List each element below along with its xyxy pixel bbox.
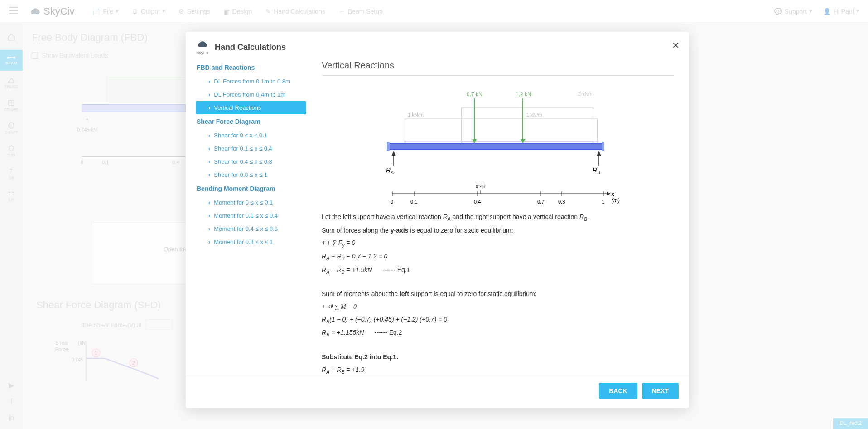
status-bar: DL_rect2: [833, 418, 868, 429]
svg-point-6: [9, 123, 14, 128]
topbar: SkyCiv 📄File▾ 🖥Output▾ ⚙Settings ▦Design…: [0, 0, 868, 23]
toc: FBD and Reactions ›DL Forces from 0.1m t…: [196, 60, 311, 375]
rail-shaft[interactable]: SHAFT: [0, 118, 23, 139]
toc-shear-01-04[interactable]: ›Shear for 0.1 ≤ x ≤ 0.4: [196, 142, 306, 155]
menu-output[interactable]: 🖥Output▾: [132, 8, 165, 15]
rail-api[interactable]: API: [0, 186, 23, 207]
svg-text:2: 2: [132, 361, 135, 366]
menu-handcalc[interactable]: ✎Hand Calculations: [265, 8, 325, 15]
content-title: Vertical Reactions: [322, 60, 674, 76]
linkedin-icon[interactable]: in: [9, 414, 14, 422]
rail-s3d[interactable]: S3D: [0, 141, 23, 161]
toc-section-fbd: FBD and Reactions: [196, 60, 306, 75]
menu-design[interactable]: ▦Design: [224, 8, 252, 15]
handcalc-modal: SkyCiv Hand Calculations ✕ FBD and React…: [186, 32, 689, 408]
beam-figure: 0.7 kN 1.2 kN 1 kN/m 1 kN/m 2 kN/m RA RB…: [378, 85, 618, 203]
menu-user[interactable]: 👤Hi Paul▾: [823, 8, 859, 15]
svg-rect-14: [405, 119, 598, 141]
rail-beam[interactable]: BEAM: [0, 50, 23, 71]
toc-dl-04-1[interactable]: ›DL Forces from 0.4m to 1m: [196, 88, 306, 101]
toc-shear-04-08[interactable]: ›Shear for 0.4 ≤ x ≤ 0.8: [196, 155, 306, 168]
toc-moment-04-08[interactable]: ›Moment for 0.4 ≤ x ≤ 0.8: [196, 222, 306, 235]
menu-settings[interactable]: ⚙Settings: [178, 8, 210, 15]
toc-shear-08-1[interactable]: ›Shear for 0.8 ≤ x ≤ 1: [196, 168, 306, 181]
toc-vertical-reactions[interactable]: ›Vertical Reactions: [196, 101, 306, 114]
modal-logo: SkyCiv: [197, 40, 208, 55]
content-pane[interactable]: Vertical Reactions: [311, 60, 682, 375]
toc-moment-08-1[interactable]: ›Moment for 0.8 ≤ x ≤ 1: [196, 235, 306, 249]
rail-social: ▶ f in: [0, 381, 23, 422]
svg-text:T: T: [9, 167, 13, 175]
back-button[interactable]: BACK: [599, 383, 637, 399]
rail-frame[interactable]: FRAME: [0, 95, 23, 116]
youtube-icon[interactable]: ▶: [9, 381, 14, 390]
svg-rect-23: [387, 142, 390, 151]
svg-rect-24: [602, 142, 604, 151]
modal-close-button[interactable]: ✕: [672, 40, 680, 51]
next-button[interactable]: NEXT: [642, 383, 679, 399]
rail-sb[interactable]: TSB: [0, 163, 23, 184]
brand-logo[interactable]: SkyCiv: [29, 5, 74, 17]
facebook-icon[interactable]: f: [10, 398, 12, 406]
svg-point-2: [14, 57, 15, 58]
toc-section-sfd: Shear Force Diagram: [196, 114, 306, 129]
toc-dl-01-08[interactable]: ›DL Forces from 0.1m to 0.8m: [196, 75, 306, 88]
left-rail: BEAM TRUSS FRAME SHAFT S3D TSB API ▶ f i…: [0, 23, 23, 429]
sfd-title: Shear Force Diagram (SFD): [36, 299, 173, 311]
modal-title: Hand Calculations: [215, 43, 286, 52]
toc-shear-0-01[interactable]: ›Shear for 0 ≤ x ≤ 0.1: [196, 129, 306, 142]
toc-moment-01-04[interactable]: ›Moment for 0.1 ≤ x ≤ 0.4: [196, 209, 306, 222]
menu-support[interactable]: 💬Support▾: [774, 8, 812, 15]
menu-beamsetup[interactable]: ←Beam Setup: [339, 8, 383, 15]
hamburger-icon[interactable]: [9, 7, 20, 16]
svg-text:1: 1: [95, 351, 97, 356]
svg-rect-22: [389, 144, 602, 149]
toc-moment-0-01[interactable]: ›Moment for 0 ≤ x ≤ 0.1: [196, 196, 306, 209]
menu-file[interactable]: 📄File▾: [92, 8, 118, 15]
rail-truss[interactable]: TRUSS: [0, 73, 23, 93]
toc-section-bmd: Bending Moment Diagram: [196, 181, 306, 196]
rail-home[interactable]: [0, 27, 23, 48]
calc-text: Let the left support have a vertical rea…: [322, 212, 674, 375]
